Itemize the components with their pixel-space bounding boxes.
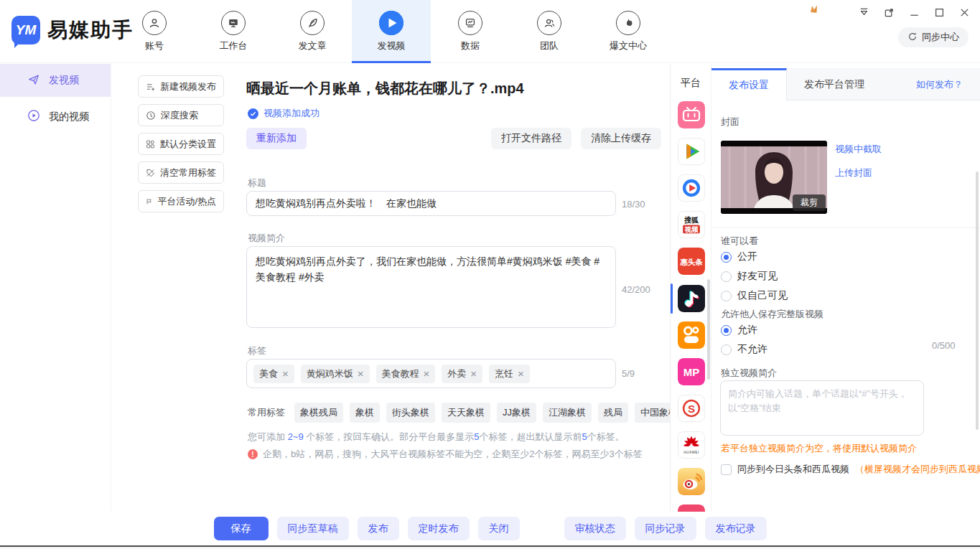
open-file-path-button[interactable]: 打开文件路径 (491, 128, 571, 149)
default-category-button[interactable]: 默认分类设置 (138, 133, 224, 155)
common-tag-chip[interactable]: 天天象棋 (442, 403, 490, 423)
save-button[interactable]: 保存 (214, 517, 269, 540)
visibility-radio-option[interactable]: 好友可见 (721, 270, 788, 283)
nav-item-account[interactable]: 账号 (115, 0, 194, 63)
common-tags-label: 常用标签 (248, 406, 285, 419)
window-bottom-edge (0, 545, 980, 549)
tag-chip[interactable]: 外卖 (442, 365, 482, 383)
maximize-icon[interactable] (934, 7, 945, 18)
remove-tag-icon[interactable] (470, 368, 477, 380)
tab-publish-settings[interactable]: 发布设置 (711, 68, 787, 100)
common-tag-chip[interactable]: 残局 (598, 403, 628, 423)
platform-more-icon[interactable] (678, 505, 705, 512)
visibility-radio-option[interactable]: 仅自己可见 (721, 289, 788, 302)
tags-input[interactable]: 美食 黄焖鸡米饭 美食教程 外卖 烹饪 (246, 359, 616, 388)
description-counter: 42/200 (622, 284, 650, 295)
nav-item-hot-center[interactable]: 爆文中心 (589, 0, 668, 63)
left-sidebar: 发视频 我的视频 (0, 64, 111, 512)
radio-icon (721, 325, 732, 336)
title-input[interactable] (246, 191, 616, 216)
platform-bilibili-icon[interactable] (678, 101, 705, 128)
platform-douyin-icon[interactable] (678, 285, 705, 312)
allow-save-label: 允许他人保存完整版视频 (721, 308, 823, 321)
platform-activity-button[interactable]: 平台活动/热点 (138, 190, 224, 212)
monitor-icon (221, 11, 246, 35)
capture-from-video-link[interactable]: 视频中截取 (835, 143, 882, 156)
sidebar-item-publish-video[interactable]: 发视频 (0, 64, 111, 97)
platform-huitoutiao-icon[interactable]: 惠头条 (678, 248, 705, 275)
footer-button[interactable]: 定时发布 (408, 517, 470, 540)
clear-upload-cache-button[interactable]: 清除上传缓存 (581, 128, 661, 149)
platform-sohu-video-icon[interactable]: 搜狐视频 (678, 211, 705, 238)
popout-icon[interactable] (884, 7, 895, 18)
tray-app-icon[interactable] (809, 4, 818, 14)
minimize-icon[interactable] (909, 7, 920, 18)
independent-desc-input[interactable] (720, 380, 924, 436)
description-input[interactable]: 想吃黄焖鸡别再点外卖了，我们在家也能做，方法很简单#黄焖鸡米饭 #美食 #美食教… (246, 246, 616, 328)
platform-scrollbar[interactable] (707, 279, 710, 380)
remove-tag-icon[interactable] (518, 368, 524, 380)
footer-button[interactable]: 发布 (358, 517, 399, 540)
sync-toutiao-checkbox-row[interactable]: 同步到今日头条和西瓜视频（横屏视频才会同步到西瓜视频） (721, 463, 980, 476)
clear-common-tags-button[interactable]: 清空常用标签 (138, 161, 224, 184)
tag-chip[interactable]: 烹饪 (489, 365, 530, 383)
platform-huawei-icon[interactable]: HUAWEI (678, 431, 705, 459)
footer-button[interactable]: 关闭 (478, 517, 520, 540)
upload-cover-link[interactable]: 上传封面 (835, 166, 872, 179)
remove-tag-icon[interactable] (358, 368, 364, 380)
upload-status: 视频添加成功 (248, 107, 319, 120)
platform-tencent-video-icon[interactable] (678, 138, 705, 165)
footer-button[interactable]: 同步至草稿 (277, 517, 349, 540)
panel-scrollbar[interactable] (976, 172, 979, 430)
cover-thumbnail[interactable]: 裁剪 (721, 141, 827, 214)
file-actions-row: 重新添加 打开文件路径 清除上传缓存 (246, 128, 661, 149)
independent-desc-counter: 0/500 (932, 340, 956, 351)
allow-save-radio-option[interactable]: 不允许 (721, 343, 767, 356)
remove-tag-icon[interactable] (282, 368, 289, 380)
footer-record-button[interactable]: 同步记录 (635, 517, 696, 540)
common-tag-chip[interactable]: JJ象棋 (497, 403, 536, 423)
platform-meipai-icon[interactable]: MP (678, 358, 705, 385)
sync-center-button[interactable]: 同步中心 (898, 27, 969, 47)
nav-item-article[interactable]: 发文章 (273, 0, 352, 63)
nav-item-team[interactable]: 团队 (510, 0, 589, 63)
nav-item-workbench[interactable]: 工作台 (194, 0, 273, 63)
footer-record-button[interactable]: 审核状态 (564, 517, 626, 540)
common-tag-chip[interactable]: 街头象棋 (386, 403, 435, 423)
remove-tag-icon[interactable] (424, 368, 430, 380)
action-button-column: 新建视频发布 深度搜索 默认分类设置 清空常用标签 平台活动/热点 (138, 75, 224, 212)
footer-record-button[interactable]: 发布记录 (705, 517, 767, 540)
nav-item-data[interactable]: 数据 (431, 0, 510, 63)
description-label: 视频简介 (248, 232, 285, 245)
checkbox-icon[interactable] (721, 464, 732, 475)
bottom-action-bar: 保存 同步至草稿发布定时发布关闭 审核状态同步记录发布记录 (0, 512, 980, 545)
play-circle-icon (27, 109, 40, 124)
deep-search-button[interactable]: 深度搜索 (138, 104, 224, 126)
top-nav: 账号 工作台 发文章 发视频 (115, 0, 668, 63)
new-video-publish-button[interactable]: 新建视频发布 (138, 75, 224, 98)
platform-s-icon[interactable]: S (678, 395, 705, 422)
close-icon[interactable] (959, 7, 970, 18)
platform-kuaishou-icon[interactable] (678, 322, 705, 349)
tab-platform-management[interactable]: 发布平台管理 (787, 68, 882, 100)
nav-item-publish-video[interactable]: 发视频 (352, 0, 431, 63)
platform-weibo-icon[interactable] (678, 468, 705, 495)
tag-chip[interactable]: 美食 (253, 365, 294, 383)
svg-text:惠头条: 惠头条 (679, 258, 703, 266)
tag-chip[interactable]: 黄焖鸡米饭 (301, 365, 370, 383)
readd-video-button[interactable]: 重新添加 (246, 128, 307, 149)
boss-key-icon[interactable] (859, 7, 869, 18)
common-tag-chip[interactable]: 江湖象棋 (543, 403, 592, 423)
common-tag-chip[interactable]: 象棋 (350, 403, 380, 423)
panel-separator (711, 227, 980, 228)
radio-icon (721, 291, 732, 301)
how-to-publish-link[interactable]: 如何发布？ (916, 78, 963, 91)
sidebar-item-my-videos[interactable]: 我的视频 (0, 101, 111, 132)
allow-save-radio-option[interactable]: 允许 (721, 324, 767, 337)
platform-haokan-video-icon[interactable] (678, 174, 705, 202)
platform-column: 平台 搜狐视频 惠头条 MP S HUAWEI (670, 64, 711, 512)
visibility-radio-option[interactable]: 公开 (721, 250, 788, 263)
tag-chip[interactable]: 美食教程 (376, 365, 436, 383)
common-tag-chip[interactable]: 象棋残局 (294, 403, 343, 423)
crop-cover-button[interactable]: 裁剪 (793, 194, 826, 211)
